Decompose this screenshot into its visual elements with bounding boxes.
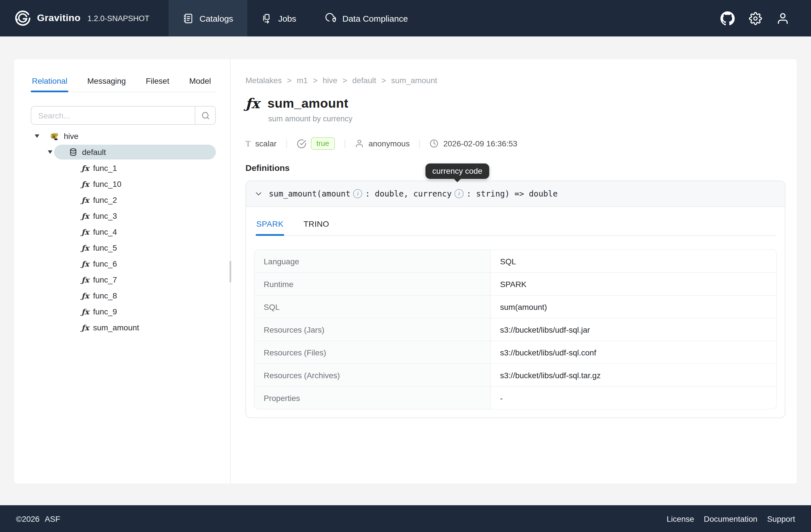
tab-spark[interactable]: SPARK: [256, 216, 284, 235]
meta-type: T scalar: [245, 139, 276, 148]
function-icon: ƒx: [81, 292, 89, 299]
copyright-org: ASF: [45, 514, 60, 523]
navbar-right-icons: [720, 0, 811, 36]
main-pane: Metalakes > m1 > hive > default > sum_am…: [231, 59, 797, 484]
definition-header[interactable]: sum_amount(amount i : double, currency i…: [246, 181, 785, 207]
caret-down-icon[interactable]: [48, 150, 52, 154]
function-signature: sum_amount(amount i : double, currency i…: [269, 189, 557, 198]
brand[interactable]: Gravitino 1.2.0-SNAPSHOT: [0, 0, 169, 36]
table-row: Runtime SPARK: [255, 272, 776, 295]
caret-down-icon[interactable]: [35, 134, 39, 138]
top-navbar: Gravitino 1.2.0-SNAPSHOT Catalogs: [0, 0, 811, 36]
jobs-icon: [262, 13, 273, 24]
tree-item-function[interactable]: ƒx func_4: [14, 224, 230, 239]
function-icon: ƒx: [81, 212, 89, 219]
meta-deterministic: true: [296, 137, 335, 150]
footer-link-license[interactable]: License: [667, 514, 694, 523]
page-title: sum_amount: [267, 96, 348, 111]
breadcrumb-schema[interactable]: default: [352, 76, 376, 85]
content-card: Relational Messaging Fileset Model: [14, 59, 797, 484]
row-label: SQL: [255, 295, 491, 318]
info-icon[interactable]: i: [353, 189, 363, 198]
tree-item-function-sum-amount[interactable]: ƒx sum_amount: [14, 320, 230, 335]
tab-fileset[interactable]: Fileset: [145, 76, 170, 92]
brand-version: 1.2.0-SNAPSHOT: [88, 14, 150, 22]
footer-copyright: ©2026 ASF: [16, 514, 60, 523]
tree-item-function[interactable]: ƒx func_5: [14, 240, 230, 255]
meta-audit-time-value: 2026-02-09 16:36:53: [443, 139, 517, 148]
user-icon[interactable]: [776, 12, 789, 25]
sidebar-tabs: Relational Messaging Fileset Model: [31, 76, 216, 92]
database-icon: [69, 148, 77, 157]
nav-item-jobs[interactable]: Jobs: [247, 0, 310, 36]
function-icon: ƒx: [81, 180, 89, 188]
tab-messaging[interactable]: Messaging: [86, 76, 127, 92]
catalog-tree: hive default: [14, 129, 230, 335]
settings-icon[interactable]: [749, 12, 762, 25]
footer-links: License Documentation Support: [667, 514, 795, 523]
tree-item-function[interactable]: ƒx func_10: [14, 177, 230, 192]
table-row: Properties -: [255, 386, 776, 409]
nav-item-data-compliance[interactable]: Data Compliance: [310, 0, 422, 36]
footer-link-support[interactable]: Support: [767, 514, 795, 523]
tab-model[interactable]: Model: [188, 76, 212, 92]
gravitino-logo-icon: [14, 10, 31, 27]
search-icon: [201, 111, 210, 120]
tree-item-function[interactable]: ƒx func_9: [14, 304, 230, 319]
tree-item-schema-selected[interactable]: default: [14, 145, 230, 159]
catalogs-icon: [183, 13, 194, 24]
tree-function-label: func_3: [93, 211, 117, 221]
breadcrumb-metalake[interactable]: m1: [297, 76, 308, 85]
definition-body: SPARK TRINO Language SQL Runtime SPARK: [246, 216, 785, 417]
footer-link-documentation[interactable]: Documentation: [704, 514, 758, 523]
github-icon[interactable]: [720, 11, 735, 25]
search-button[interactable]: [195, 107, 215, 124]
clock-icon: [430, 139, 439, 148]
breadcrumb-separator: >: [313, 76, 318, 85]
deterministic-badge: true: [311, 137, 335, 150]
tab-relational[interactable]: Relational: [31, 76, 68, 92]
chevron-down-icon[interactable]: [255, 190, 262, 198]
tree-function-label: func_9: [93, 307, 117, 316]
definitions-heading: Definitions: [245, 163, 797, 172]
page-subtitle: sum amount by currency: [245, 115, 797, 123]
tree-function-label: func_7: [93, 275, 117, 284]
tree-item-function[interactable]: ƒx func_1: [14, 161, 230, 176]
info-icon[interactable]: i: [455, 189, 463, 198]
function-icon: ƒx: [81, 308, 89, 315]
tree-function-label: func_1: [93, 164, 117, 172]
nav-item-label: Data Compliance: [342, 13, 408, 23]
row-label: Resources (Archives): [255, 364, 491, 386]
function-icon: ƒx: [81, 260, 89, 268]
nav-item-catalogs[interactable]: Catalogs: [169, 0, 247, 36]
divider: [286, 139, 287, 148]
type-icon: T: [245, 139, 250, 148]
row-value: -: [491, 387, 776, 409]
function-icon: ƒx: [81, 196, 89, 203]
tree-item-function[interactable]: ƒx func_8: [14, 288, 230, 303]
brand-name: Gravitino: [37, 13, 80, 24]
breadcrumb-function[interactable]: sum_amount: [391, 76, 438, 85]
tree-schema-label: default: [82, 148, 106, 157]
row-label: Resources (Files): [255, 341, 491, 363]
selected-schema-pill[interactable]: default: [54, 145, 216, 159]
search-box: [31, 106, 216, 125]
tab-trino[interactable]: TRINO: [303, 216, 330, 235]
tree-item-function[interactable]: ƒx func_2: [14, 193, 230, 207]
search-input[interactable]: [31, 107, 195, 124]
tree-item-catalog[interactable]: hive: [14, 129, 230, 143]
breadcrumb-metalakes[interactable]: Metalakes: [245, 76, 282, 85]
divider: [419, 139, 420, 148]
user-icon: [355, 139, 364, 148]
table-row: SQL sum(amount): [255, 295, 776, 318]
tooltip: currency code: [425, 164, 489, 179]
function-icon: ƒx: [81, 324, 89, 331]
tree-item-function[interactable]: ƒx func_6: [14, 256, 230, 271]
tree-item-function[interactable]: ƒx func_3: [14, 209, 230, 223]
tree-item-function[interactable]: ƒx func_7: [14, 272, 230, 287]
meta-owner-value: anonymous: [368, 139, 410, 148]
function-icon: ƒx: [81, 244, 89, 252]
function-icon: ƒx: [245, 97, 259, 110]
breadcrumb-catalog[interactable]: hive: [323, 76, 337, 85]
tree-function-label: func_5: [93, 243, 117, 252]
